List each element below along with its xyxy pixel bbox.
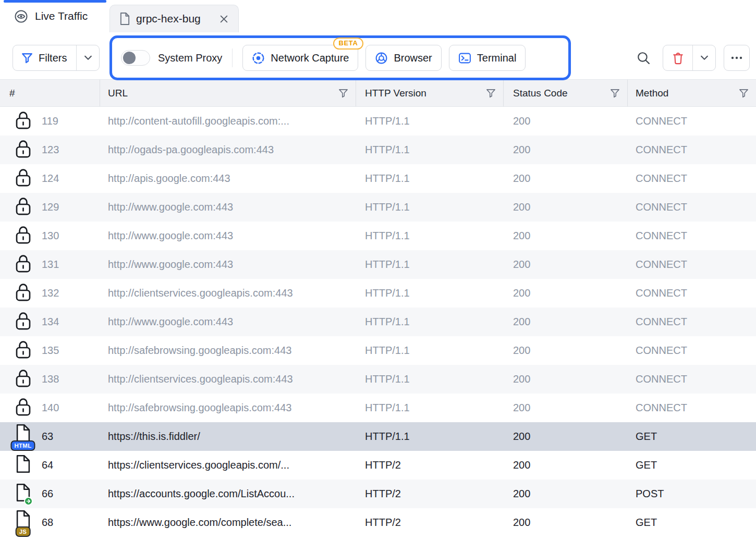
method-cell: GET [628, 431, 756, 443]
table-row[interactable]: HTML JS 119 http://content-autofill.goog… [0, 107, 756, 136]
session-number: 130 [42, 230, 59, 242]
status-code-cell: 200 [504, 201, 628, 213]
tab-live-traffic[interactable]: Live Traffic [0, 0, 109, 32]
http-version-cell: HTTP/1.1 [356, 402, 504, 414]
status-code-filter-icon[interactable] [610, 89, 620, 98]
url-cell: http://apis.google.com:443 [100, 173, 356, 185]
session-number: 138 [42, 373, 59, 385]
url-cell: https://this.is.fiddler/ [100, 431, 356, 443]
http-version-cell: HTTP/1.1 [356, 201, 504, 213]
table-row[interactable]: HTML JS 66 https://accounts.google.com/L… [0, 480, 756, 508]
post-arrow-badge [24, 497, 33, 506]
http-version-cell: HTTP/1.1 [356, 345, 504, 357]
table-row[interactable]: HTML JS 134 http://www.google.com:443 HT… [0, 308, 756, 336]
status-code-cell: 200 [504, 173, 628, 185]
method-cell: CONNECT [628, 259, 756, 271]
file-icon [119, 12, 130, 26]
num-cell: HTML JS 119 [0, 107, 100, 136]
table-row[interactable]: HTML JS 138 http://clientservices.google… [0, 365, 756, 394]
browser-icon [375, 52, 388, 65]
url-cell: https://clientservices.googleapis.com/..… [100, 459, 356, 471]
trash-icon [672, 52, 684, 65]
network-capture-label: Network Capture [271, 52, 349, 64]
session-table-body: HTML JS 119 http://content-autofill.goog… [0, 107, 756, 537]
terminal-button[interactable]: Terminal [449, 45, 526, 71]
lock-icon [15, 397, 31, 419]
url-filter-icon[interactable] [338, 89, 348, 98]
http-version-cell: HTTP/1.1 [356, 431, 504, 443]
toolbar-divider [232, 48, 233, 67]
filters-dropdown-button[interactable] [76, 45, 99, 70]
method-cell: CONNECT [628, 201, 756, 213]
table-row[interactable]: HTML JS 68 https://www.google.com/comple… [0, 508, 756, 537]
column-header-url[interactable]: URL [100, 80, 356, 106]
column-label-method: Method [636, 88, 668, 99]
method-filter-icon[interactable] [739, 89, 749, 98]
system-proxy-toggle[interactable] [121, 50, 150, 66]
num-cell: HTML JS 135 [0, 336, 100, 365]
method-cell: CONNECT [628, 287, 756, 299]
beta-badge: BETA [333, 38, 364, 50]
capture-icon [252, 52, 265, 65]
table-row[interactable]: HTML JS 124 http://apis.google.com:443 H… [0, 164, 756, 193]
url-cell: https://www.google.com/complete/sea... [100, 517, 356, 529]
more-options-button[interactable] [724, 45, 750, 71]
status-code-cell: 200 [504, 230, 628, 242]
http-version-filter-icon[interactable] [486, 89, 496, 98]
highlight-outline: System Proxy Network Capture BETA Browse… [109, 35, 571, 80]
method-cell: CONNECT [628, 144, 756, 156]
session-number: 119 [42, 115, 58, 127]
search-button[interactable] [632, 46, 655, 70]
column-label-status-code: Status Code [513, 88, 568, 99]
table-row[interactable]: HTML JS 64 https://clientservices.google… [0, 451, 756, 480]
table-row[interactable]: HTML JS 129 http://www.google.com:443 HT… [0, 193, 756, 222]
tab-session[interactable]: grpc-hex-bug [109, 5, 239, 32]
column-header-http-version[interactable]: HTTP Version [356, 80, 504, 106]
http-version-cell: HTTP/1.1 [356, 316, 504, 328]
status-code-cell: 200 [504, 287, 628, 299]
tab-bar: Live Traffic grpc-hex-bug [0, 0, 756, 32]
browser-button[interactable]: Browser [365, 45, 441, 71]
table-row[interactable]: HTML JS 140 http://safebrowsing.googleap… [0, 394, 756, 422]
http-version-cell: HTTP/1.1 [356, 373, 504, 385]
html-badge: HTML [10, 440, 35, 451]
url-cell: http://www.google.com:443 [100, 230, 356, 242]
session-number: 131 [42, 259, 59, 271]
clear-sessions-button[interactable] [663, 45, 692, 70]
column-header-index[interactable]: # [0, 80, 100, 106]
session-number: 140 [42, 402, 59, 414]
lock-icon [15, 283, 31, 304]
clear-sessions-dropdown-button[interactable] [692, 45, 715, 70]
table-row[interactable]: HTML JS 131 http://www.google.com:443 HT… [0, 250, 756, 279]
table-row[interactable]: HTML JS 135 http://safebrowsing.googleap… [0, 336, 756, 365]
table-row[interactable]: HTML JS 63 https://this.is.fiddler/ HTTP… [0, 422, 756, 451]
table-row[interactable]: HTML JS 130 http://www.google.com:443 HT… [0, 222, 756, 250]
session-number: 123 [42, 144, 59, 156]
status-code-cell: 200 [504, 373, 628, 385]
url-cell: http://safebrowsing.googleapis.com:443 [100, 345, 356, 357]
filters-button[interactable]: Filters [13, 45, 76, 70]
column-label-http-version: HTTP Version [365, 88, 426, 99]
url-cell: http://safebrowsing.googleapis.com:443 [100, 402, 356, 414]
url-cell: http://www.google.com:443 [100, 259, 356, 271]
close-tab-icon[interactable] [217, 12, 230, 26]
column-label-url: URL [108, 88, 128, 99]
status-code-cell: 200 [504, 316, 628, 328]
table-row[interactable]: HTML JS 123 http://ogads-pa.googleapis.c… [0, 136, 756, 164]
session-number: 135 [42, 345, 59, 357]
search-icon [637, 51, 651, 65]
toolbar-right-controls [632, 45, 750, 71]
status-code-cell: 200 [504, 144, 628, 156]
url-cell: http://clientservices.googleapis.com:443 [100, 287, 356, 299]
terminal-icon [458, 52, 471, 65]
session-number: 64 [42, 459, 53, 471]
lock-icon [15, 369, 31, 390]
http-version-cell: HTTP/1.1 [356, 173, 504, 185]
status-code-cell: 200 [504, 431, 628, 443]
http-version-cell: HTTP/2 [356, 488, 504, 500]
table-row[interactable]: HTML JS 132 http://clientservices.google… [0, 279, 756, 308]
url-cell: http://content-autofill.googleapis.com:.… [100, 115, 356, 127]
column-header-method[interactable]: Method [628, 80, 756, 106]
method-cell: CONNECT [628, 230, 756, 242]
column-header-status-code[interactable]: Status Code [504, 80, 628, 106]
